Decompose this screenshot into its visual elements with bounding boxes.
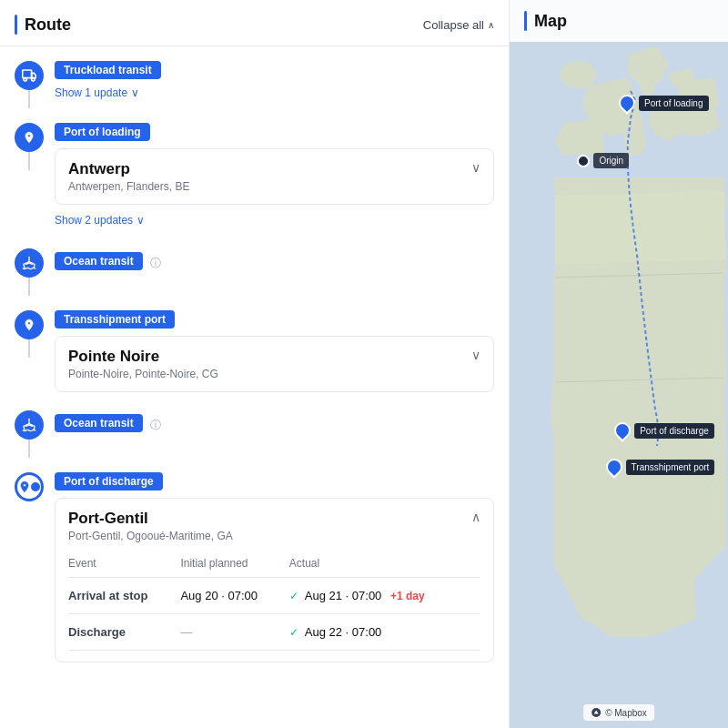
events-table: Event Initial planned Actual Arrival at … xyxy=(68,550,480,651)
transshipment-pin-dot xyxy=(602,455,625,478)
timeline-connector-2 xyxy=(15,123,44,170)
pointe-noire-chevron-icon[interactable]: ∨ xyxy=(471,348,480,362)
port-of-discharge-badge: Port of discharge xyxy=(55,472,163,490)
line-1 xyxy=(28,90,30,108)
port-of-discharge-pin-dot xyxy=(611,419,633,441)
antwerp-content: Port of loading Antwerp Antwerpen, Fland… xyxy=(55,123,494,234)
origin-label: Origin xyxy=(593,153,629,168)
port-of-loading-pin-dot xyxy=(615,91,638,114)
panel-header: Route Collapse all ∧ xyxy=(0,15,509,46)
transshipment-port-label: Transshipment port xyxy=(626,460,715,475)
antwerp-card-header: Antwerp Antwerpen, Flanders, BE ∨ xyxy=(68,160,480,193)
truck-icon-circle xyxy=(15,61,44,90)
ship-icon-circle-1 xyxy=(15,248,44,278)
transshipment-port-item: Transshipment port Pointe Noire Pointe-N… xyxy=(15,303,494,403)
actual-arrival: ✓ Aug 21 · 07:00 +1 day xyxy=(289,578,480,614)
transshipment-badge: Transshipment port xyxy=(55,310,175,329)
collapse-all-button[interactable]: Collapse all ∧ xyxy=(423,18,494,32)
event-arrival: Arrival at stop xyxy=(68,578,180,614)
port-of-loading-pin: Port of loading xyxy=(619,95,709,111)
pointe-noire-name: Pointe Noire xyxy=(68,348,218,366)
svg-point-2 xyxy=(32,78,35,81)
event-discharge: Discharge xyxy=(68,614,180,651)
truckload-transit-item: Truckload transit Show 1 update ∨ xyxy=(15,54,494,116)
line-4 xyxy=(28,339,30,358)
table-row: Discharge — ✓ Aug 22 · 07:00 xyxy=(68,614,480,651)
planned-col-header: Initial planned xyxy=(180,550,288,578)
map-title: Map xyxy=(534,12,567,31)
actual-discharge: ✓ Aug 22 · 07:00 xyxy=(289,614,480,651)
port-of-loading-item: Port of loading Antwerp Antwerpen, Fland… xyxy=(15,116,494,241)
title-accent-bar xyxy=(15,15,17,35)
ocean-transit-1-badge: Ocean transit xyxy=(55,252,143,270)
timeline-connector-1 xyxy=(15,61,44,108)
ocean-transit-1-item: Ocean transit ⓘ xyxy=(15,241,494,303)
port-of-discharge-item: Port of discharge Port-Gentil Port-Genti… xyxy=(15,465,494,673)
port-gentil-content: Port of discharge Port-Gentil Port-Genti… xyxy=(55,472,494,666)
info-icon-2[interactable]: ⓘ xyxy=(150,418,161,433)
antwerp-card: Antwerp Antwerpen, Flanders, BE ∨ xyxy=(55,148,494,205)
ocean-transit-2-item: Ocean transit ⓘ xyxy=(15,403,494,465)
line-5 xyxy=(28,440,30,458)
svg-rect-0 xyxy=(23,70,32,78)
ocean-transit-1-content: Ocean transit ⓘ xyxy=(55,248,494,278)
actual-col-header: Actual xyxy=(289,550,480,578)
timeline-connector-3 xyxy=(15,248,44,296)
chevron-down-2-icon: ∨ xyxy=(136,214,145,227)
mapbox-badge: © Mapbox xyxy=(583,704,654,721)
line-3 xyxy=(28,278,30,296)
ship-icon-circle-2 xyxy=(15,410,44,440)
origin-pin: Origin xyxy=(577,153,629,168)
truckload-transit-content: Truckload transit Show 1 update ∨ xyxy=(55,61,494,106)
svg-point-5 xyxy=(641,77,655,96)
map-container[interactable]: Port of loading Origin Port of discharge… xyxy=(510,0,728,728)
mapbox-icon xyxy=(591,707,602,718)
check-icon-1: ✓ xyxy=(289,590,298,602)
port-gentil-name: Port-Gentil xyxy=(68,510,233,528)
panel-title: Route xyxy=(15,15,71,35)
planned-arrival: Aug 20 · 07:00 xyxy=(180,578,288,614)
event-col-header: Event xyxy=(68,550,180,578)
route-timeline: Truckload transit Show 1 update ∨ xyxy=(0,54,509,673)
pointe-noire-card: Pointe Noire Pointe-Noire, Pointe-Noire,… xyxy=(55,336,494,392)
chevron-down-icon: ∨ xyxy=(131,86,139,99)
show-2-updates-button[interactable]: Show 2 updates ∨ xyxy=(55,210,494,230)
port-gentil-card-header: Port-Gentil Port-Gentil, Ogooué-Maritime… xyxy=(68,510,480,542)
port-of-discharge-label: Port of discharge xyxy=(634,423,714,439)
timeline-connector-4 xyxy=(15,310,44,358)
check-icon-2: ✓ xyxy=(289,626,298,639)
svg-point-4 xyxy=(560,61,596,88)
antwerp-sub: Antwerpen, Flanders, BE xyxy=(68,180,189,193)
port-of-loading-label: Port of loading xyxy=(639,96,709,111)
timeline-connector-6 xyxy=(15,472,44,501)
route-title: Route xyxy=(25,15,71,35)
pointe-noire-card-header: Pointe Noire Pointe-Noire, Pointe-Noire,… xyxy=(68,348,480,380)
location-icon-circle-1 xyxy=(15,123,44,152)
pointe-noire-content: Transshipment port Pointe Noire Pointe-N… xyxy=(55,310,494,396)
map-title-bar xyxy=(524,11,527,31)
antwerp-name: Antwerp xyxy=(68,160,189,178)
origin-pin-dot xyxy=(577,155,590,167)
show-1-update-button[interactable]: Show 1 update ∨ xyxy=(55,83,494,103)
transshipment-port-pin: Transshipment port xyxy=(606,459,715,475)
delay-badge: +1 day xyxy=(390,590,425,602)
table-row: Arrival at stop Aug 20 · 07:00 ✓ Aug 21 … xyxy=(68,578,480,614)
pointe-noire-sub: Pointe-Noire, Pointe-Noire, CG xyxy=(68,368,218,380)
ocean-transit-2-content: Ocean transit ⓘ xyxy=(55,410,494,440)
map-panel: Map xyxy=(510,0,728,728)
port-of-loading-badge: Port of loading xyxy=(55,123,150,141)
port-gentil-chevron-icon[interactable]: ∧ xyxy=(471,510,480,524)
svg-point-1 xyxy=(24,78,26,81)
route-panel: Route Collapse all ∧ xyxy=(0,0,510,728)
antwerp-chevron-icon[interactable]: ∨ xyxy=(471,160,480,175)
active-location-icon xyxy=(15,472,44,501)
chevron-up-icon: ∧ xyxy=(488,20,494,30)
planned-discharge: — xyxy=(180,614,288,651)
map-header: Map xyxy=(510,0,728,42)
timeline-connector-5 xyxy=(15,410,44,458)
ocean-transit-2-badge: Ocean transit xyxy=(55,414,143,432)
info-icon-1[interactable]: ⓘ xyxy=(150,256,161,271)
truckload-transit-badge: Truckload transit xyxy=(55,61,161,79)
port-gentil-sub: Port-Gentil, Ogooué-Maritime, GA xyxy=(68,530,233,542)
port-gentil-card: Port-Gentil Port-Gentil, Ogooué-Maritime… xyxy=(55,498,494,662)
